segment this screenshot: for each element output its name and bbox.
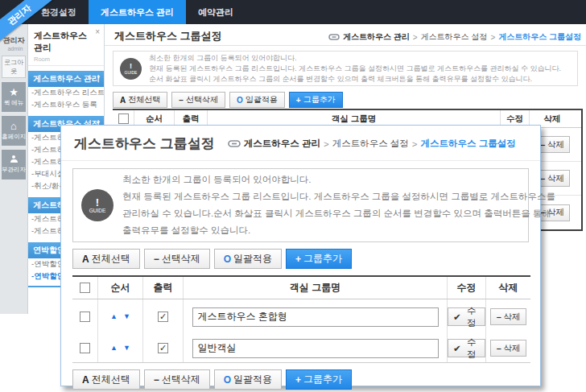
homepage-button[interactable]: ⌂ 홈페이지 — [2, 116, 26, 146]
col-header-delete: 삭제 — [486, 277, 530, 299]
move-down-icon[interactable]: ▼ — [123, 345, 130, 352]
button-label: 일괄적용 — [246, 94, 278, 105]
delete-row-button[interactable]: − 삭제 — [490, 340, 526, 357]
sidebar-item-guesthouse-list[interactable]: -게스트하우스 리스트 — [28, 87, 104, 99]
link-icon — [228, 140, 241, 147]
add-group-button[interactable]: + 그룹추가 — [286, 369, 352, 390]
minus-icon: − — [496, 312, 501, 322]
button-label: 그룹추가 — [303, 373, 342, 386]
select-all-checkbox[interactable] — [118, 113, 129, 124]
edit-button[interactable]: ✔ 수정 — [448, 307, 485, 326]
background-page-header: 게스트하우스 그룹설정 게스트하우스 관리 > 게스트하우스 설정 > 게스트하… — [105, 24, 586, 46]
button-prefix: + — [296, 96, 301, 105]
guide-exclaim: ! — [130, 63, 132, 70]
breadcrumb-item[interactable]: 게스트하우스 설정 — [332, 138, 409, 150]
top-navigation-bar: 환경설정 게스트하우스 관리 예약관리 — [0, 0, 586, 24]
button-label: 선택삭제 — [162, 373, 200, 386]
button-label: 전체선택 — [128, 94, 160, 105]
col-header-group-name: 객실 그룹명 — [184, 277, 448, 299]
guide-text: 최소한 한개의 그룹이 등록되어 있어야합니다. 현재 등록된 게스트하우스 그… — [122, 171, 555, 239]
add-group-button[interactable]: + 그룹추가 — [286, 249, 352, 269]
guide-line: 최소한 한개의 그룹이 등록되어 있어야합니다. — [149, 53, 561, 64]
chevron-down-icon: ▾ — [97, 74, 100, 80]
sidebar-section-guesthouse-management[interactable]: 게스트하우스 관리 ▾ — [28, 71, 104, 87]
group-table: 순서 출력 객실 그룹명 수정 삭제 ▲ ▼ ✓ ✔ 수정 − 삭제 — [72, 275, 530, 363]
tab-reservation-management[interactable]: 예약관리 — [186, 0, 246, 24]
breadcrumb-item[interactable]: 게스트하우스 설정 — [421, 31, 488, 43]
apply-all-button[interactable]: O 일괄적용 — [214, 249, 282, 269]
check-icon: ✓ — [159, 344, 167, 353]
quick-menu-button[interactable]: ★ 퀵 메뉴 — [2, 82, 26, 112]
button-prefix: − — [154, 254, 159, 265]
left-icon-rail: 관리자 _admin 로그아웃 ★ 퀵 메뉴 ⌂ 홈페이지 부관리자 — [0, 24, 28, 314]
button-label: 삭제 — [504, 343, 521, 354]
breadcrumb-current: 게스트하우스 그룹설정 — [421, 138, 516, 150]
sidebar-header: 게스트하우스 관리 Room × — [28, 24, 104, 66]
button-prefix: + — [295, 374, 301, 386]
move-up-icon[interactable]: ▲ — [110, 345, 118, 352]
button-label: 수정 — [464, 305, 480, 329]
output-checkbox-checked[interactable]: ✓ — [158, 312, 168, 322]
sub-admin-button[interactable]: 부관리자 — [2, 150, 26, 179]
link-icon — [328, 34, 340, 40]
sub-admin-icon — [10, 155, 18, 163]
table-actions-top: A 전체선택 − 선택삭제 O 일괄적용 + 그룹추가 — [72, 249, 529, 269]
row-checkbox[interactable] — [80, 312, 90, 322]
sidebar-title: 게스트하우스 관리 — [34, 30, 98, 54]
button-label: 일괄적용 — [233, 252, 272, 266]
button-label: 그룹추가 — [303, 252, 342, 266]
move-down-icon[interactable]: ▼ — [123, 313, 130, 320]
select-all-button[interactable]: A 전체선택 — [72, 369, 140, 390]
check-icon: ✓ — [159, 312, 167, 321]
breadcrumb-separator: > — [490, 33, 495, 42]
tab-guesthouse-management[interactable]: 게스트하우스 관리 — [89, 0, 186, 24]
guide-line: 출력유무를 설정할수 있습니다. — [122, 222, 555, 239]
check-icon: ✔ — [453, 343, 461, 354]
guide-word: GUIDE — [89, 208, 106, 213]
guide-word: GUIDE — [125, 70, 138, 75]
col-header-edit: 수정 — [448, 277, 486, 299]
guide-line: 최소한 한개의 그룹이 등록되어 있어야합니다. — [122, 171, 555, 188]
col-header-order: 순서 — [98, 277, 143, 299]
home-search-icon: ⌂ — [10, 121, 17, 131]
group-name-input[interactable] — [192, 307, 439, 327]
edit-button[interactable]: ✔ 수정 — [448, 339, 485, 357]
breadcrumb-separator: > — [413, 33, 418, 42]
breadcrumb-item[interactable]: 게스트하우스 관리 — [244, 138, 320, 150]
group-name-input[interactable] — [192, 339, 439, 358]
breadcrumb-item[interactable]: 게스트하우스 관리 — [343, 31, 410, 43]
delete-row-button[interactable]: − 삭제 — [490, 308, 526, 325]
delete-selected-button[interactable]: − 선택삭제 — [144, 249, 210, 269]
order-arrows: ▲ ▼ — [110, 345, 130, 352]
move-up-icon[interactable]: ▲ — [110, 313, 118, 320]
logout-button[interactable]: 로그아웃 — [2, 56, 26, 78]
button-prefix: A — [82, 374, 89, 386]
modal-header: 게스트하우스 그룹설정 게스트하우스 관리 > 게스트하우스 설정 > 게스트하… — [61, 126, 540, 161]
row-checkbox[interactable] — [80, 343, 90, 353]
select-all-button[interactable]: A 전체선택 — [72, 249, 140, 269]
button-label: 삭제 — [547, 139, 564, 151]
order-arrows: ▲ ▼ — [110, 313, 130, 320]
guide-line: 관리하실 수 있습니다.순서 화살표 클릭시 게스트하우스 그룹의 순서를 변경… — [122, 205, 555, 222]
apply-all-button[interactable]: O 일괄적용 — [229, 92, 285, 108]
breadcrumb: 게스트하우스 관리 > 게스트하우스 설정 > 게스트하우스 그룹설정 — [328, 31, 581, 43]
delete-selected-button[interactable]: − 선택삭제 — [144, 369, 210, 390]
page-title: 게스트하우스 그룹설정 — [114, 29, 222, 43]
sidebar-item-guesthouse-register[interactable]: -게스트하우스 등록 — [28, 99, 104, 111]
delete-selected-button[interactable]: − 선택삭제 — [171, 92, 225, 108]
select-all-button[interactable]: A 전체선택 — [113, 92, 167, 108]
guide-text: 최소한 한개의 그룹이 등록되어 있어야합니다. 현재 등록된 게스트하우스 그… — [149, 53, 561, 85]
select-all-checkbox[interactable] — [80, 283, 90, 293]
col-header-output: 출력 — [143, 277, 184, 299]
add-group-button[interactable]: + 그룹추가 — [289, 92, 343, 108]
table-header-row: 순서 출력 객실 그룹명 수정 삭제 — [72, 277, 530, 299]
output-checkbox-checked[interactable]: ✓ — [158, 343, 168, 353]
close-icon[interactable]: × — [95, 27, 100, 36]
button-prefix: O — [224, 374, 231, 386]
guide-icon: ! GUIDE — [81, 189, 113, 221]
breadcrumb: 게스트하우스 관리 > 게스트하우스 설정 > 게스트하우스 그룹설정 — [228, 138, 516, 150]
star-plus-icon: ★ — [9, 87, 19, 97]
table-row: ▲ ▼ ✓ ✔ 수정 − 삭제 — [72, 299, 530, 334]
apply-all-button[interactable]: O 일괄적용 — [214, 369, 282, 390]
button-prefix: + — [295, 254, 301, 265]
